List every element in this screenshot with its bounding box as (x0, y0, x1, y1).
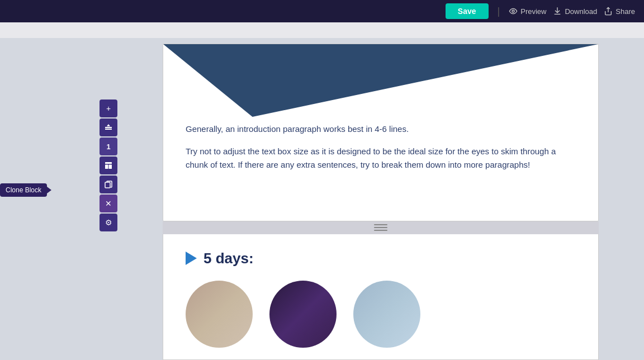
eye-icon (509, 7, 518, 16)
settings-button[interactable]: ⚙ (100, 214, 117, 231)
hero-text-block: Generally, an introduction paragraph wor… (186, 122, 576, 181)
svg-rect-1 (105, 127, 112, 128)
clone-button[interactable] (100, 176, 117, 193)
clone-tooltip-label: Clone Block (0, 183, 47, 197)
block-divider[interactable] (163, 221, 599, 234)
svg-point-0 (512, 10, 514, 12)
block-days: 5 days: (163, 234, 599, 360)
handle-line-3 (374, 230, 387, 231)
delete-button[interactable]: ✕ (100, 195, 117, 212)
move-up-button[interactable] (100, 119, 117, 136)
triangle-svg (163, 44, 598, 117)
sidebar: Clone Block + 1 (0, 38, 117, 360)
svg-rect-2 (105, 129, 112, 130)
handle-line-2 (374, 227, 387, 228)
preview-label: Preview (520, 7, 546, 16)
days-title: 5 days: (203, 250, 254, 267)
hero-intro-text: Generally, an introduction paragraph wor… (186, 122, 576, 136)
download-button[interactable]: Download (553, 7, 597, 16)
preview-button[interactable]: Preview (509, 7, 546, 16)
hero-triangle (163, 44, 598, 117)
topbar: Save | Preview Download Share (0, 0, 644, 22)
drag-handle-icon (374, 224, 387, 231)
hero-body-text: Try not to adjust the text box size as i… (186, 145, 576, 172)
circle-photo-2 (269, 281, 337, 348)
svg-rect-6 (105, 182, 110, 188)
topbar-divider: | (498, 6, 500, 17)
svg-rect-4 (105, 165, 108, 169)
share-button[interactable]: Share (604, 7, 635, 16)
download-icon (553, 7, 562, 16)
svg-rect-5 (109, 165, 112, 169)
circle-photo-1 (186, 281, 253, 348)
layout-button[interactable] (100, 157, 117, 174)
subbar (0, 22, 644, 38)
svg-rect-3 (105, 162, 112, 164)
circle-photo-3 (353, 281, 420, 348)
clone-tooltip-arrow (47, 187, 51, 193)
main-area: Clone Block + 1 (0, 38, 644, 360)
save-button[interactable]: Save (446, 3, 489, 19)
days-heading: 5 days: (186, 250, 576, 267)
circles-row (186, 281, 576, 348)
sidebar-tools: + 1 (100, 100, 117, 231)
handle-line-1 (374, 224, 387, 225)
add-block-button[interactable]: + (100, 100, 117, 117)
play-icon (186, 252, 197, 265)
move-up-icon (105, 124, 112, 131)
layout-icon (105, 162, 112, 169)
canvas: Generally, an introduction paragraph wor… (117, 38, 644, 360)
share-icon (604, 7, 613, 16)
clone-icon (105, 181, 112, 188)
clone-tooltip: Clone Block (0, 183, 51, 197)
block-hero: Generally, an introduction paragraph wor… (163, 44, 599, 221)
download-label: Download (565, 7, 597, 16)
share-label: Share (615, 7, 635, 16)
block-number-badge[interactable]: 1 (100, 138, 117, 155)
